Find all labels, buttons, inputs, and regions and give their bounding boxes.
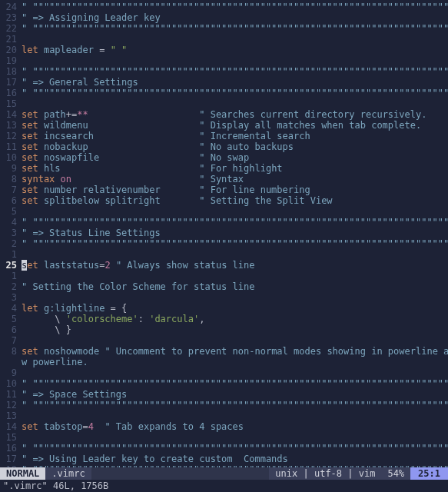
code-content: set incsearch " Incremental search bbox=[22, 131, 448, 141]
code-line[interactable]: 5 bbox=[0, 206, 448, 217]
code-line[interactable]: 6set splitbelow splitright " Setting the… bbox=[0, 195, 448, 206]
line-number: 5 bbox=[0, 206, 22, 217]
code-line[interactable]: 12" """"""""""""""""""""""""""""""""""""… bbox=[0, 400, 448, 411]
code-line[interactable]: 9set hls " For highlight bbox=[0, 163, 448, 174]
code-line[interactable]: 22" """"""""""""""""""""""""""""""""""""… bbox=[0, 23, 448, 34]
code-line[interactable]: 21 bbox=[0, 34, 448, 45]
line-number: 8 bbox=[0, 174, 22, 184]
line-number: 14 bbox=[0, 109, 22, 120]
code-content: w powerline. bbox=[22, 357, 448, 367]
mode-indicator: NORMAL bbox=[0, 467, 45, 480]
line-number: 6 bbox=[0, 324, 22, 335]
code-content bbox=[22, 55, 448, 66]
code-line[interactable]: 16" """"""""""""""""""""""""""""""""""""… bbox=[0, 88, 448, 98]
code-line[interactable]: 8set noshowmode " Uncomment to prevent n… bbox=[0, 346, 448, 357]
code-line[interactable]: 13 bbox=[0, 411, 448, 421]
code-line[interactable]: 7set number relativenumber " For line nu… bbox=[0, 184, 448, 195]
code-line[interactable]: 17" => General Settings bbox=[0, 77, 448, 88]
code-line[interactable]: 1 bbox=[0, 249, 448, 260]
code-line[interactable]: 23" => Assigning Leader key bbox=[0, 12, 448, 23]
code-line[interactable]: 10" """"""""""""""""""""""""""""""""""""… bbox=[0, 378, 448, 389]
line-number: 6 bbox=[0, 195, 22, 206]
code-line[interactable]: w powerline. bbox=[0, 357, 448, 367]
code-line[interactable]: 19 bbox=[0, 55, 448, 66]
line-number: 1 bbox=[0, 249, 22, 260]
line-number: 13 bbox=[0, 411, 22, 421]
code-line[interactable]: 20let mapleader = " " bbox=[0, 45, 448, 55]
line-number: 3 bbox=[0, 228, 22, 238]
cursor-position: 25:1 bbox=[410, 467, 448, 480]
code-content bbox=[22, 271, 448, 281]
code-content: set nobackup " No auto backups bbox=[22, 141, 448, 152]
code-content: " """"""""""""""""""""""""""""""""""""""… bbox=[22, 400, 448, 411]
code-line[interactable]: 4let g:lightline = { bbox=[0, 303, 448, 314]
code-line[interactable]: 18" """"""""""""""""""""""""""""""""""""… bbox=[0, 66, 448, 77]
code-content: set laststatus=2 " Always show status li… bbox=[22, 260, 448, 271]
code-line[interactable]: 6 \ } bbox=[0, 324, 448, 335]
code-line[interactable]: 4" """""""""""""""""""""""""""""""""""""… bbox=[0, 217, 448, 228]
line-number: 16 bbox=[0, 443, 22, 454]
line-number: 2 bbox=[0, 281, 22, 292]
code-line[interactable]: 9 bbox=[0, 367, 448, 378]
code-content: set tabstop=4 " Tab expands to 4 spaces bbox=[22, 421, 448, 432]
code-content: " """"""""""""""""""""""""""""""""""""""… bbox=[22, 443, 448, 454]
code-content: " """"""""""""""""""""""""""""""""""""""… bbox=[22, 23, 448, 34]
code-line[interactable]: 11set nobackup " No auto backups bbox=[0, 141, 448, 152]
code-line[interactable]: 12set incsearch " Incremental search bbox=[0, 131, 448, 141]
code-line[interactable]: 7 bbox=[0, 335, 448, 346]
line-number: 12 bbox=[0, 400, 22, 411]
line-number: 10 bbox=[0, 378, 22, 389]
code-content bbox=[22, 34, 448, 45]
line-number: 3 bbox=[0, 292, 22, 303]
code-content bbox=[22, 335, 448, 346]
code-line[interactable]: 16" """"""""""""""""""""""""""""""""""""… bbox=[0, 443, 448, 454]
status-line: NORMAL .vimrc unix | utf-8 | vim 54% 25:… bbox=[0, 467, 448, 480]
line-number: 7 bbox=[0, 184, 22, 195]
line-number: 4 bbox=[0, 303, 22, 314]
code-line[interactable]: 15 bbox=[0, 432, 448, 443]
code-line[interactable]: 2" Setting the Color Scheme for status l… bbox=[0, 281, 448, 292]
code-line[interactable]: 5 \ 'colorscheme': 'darcula', bbox=[0, 314, 448, 324]
code-content: set wildmenu " Display all matches when … bbox=[22, 120, 448, 131]
line-number: 15 bbox=[0, 432, 22, 443]
line-number: 19 bbox=[0, 55, 22, 66]
code-content: " """"""""""""""""""""""""""""""""""""""… bbox=[22, 217, 448, 228]
code-content bbox=[22, 432, 448, 443]
line-number: 14 bbox=[0, 421, 22, 432]
line-number: 21 bbox=[0, 34, 22, 45]
editor-buffer[interactable]: 24" """"""""""""""""""""""""""""""""""""… bbox=[0, 0, 448, 467]
code-line[interactable]: 13set wildmenu " Display all matches whe… bbox=[0, 120, 448, 131]
code-content: " """"""""""""""""""""""""""""""""""""""… bbox=[22, 66, 448, 77]
code-line[interactable]: 15 bbox=[0, 98, 448, 109]
code-content: set noshowmode " Uncomment to prevent no… bbox=[22, 346, 448, 357]
vim-editor[interactable]: 24" """"""""""""""""""""""""""""""""""""… bbox=[0, 0, 448, 492]
code-line[interactable]: 14set tabstop=4 " Tab expands to 4 space… bbox=[0, 421, 448, 432]
code-line[interactable]: 14set path+=** " Searches current direct… bbox=[0, 109, 448, 120]
code-content bbox=[22, 249, 448, 260]
code-content bbox=[22, 206, 448, 217]
code-line[interactable]: 1 bbox=[0, 271, 448, 281]
code-line[interactable]: 2" """""""""""""""""""""""""""""""""""""… bbox=[0, 238, 448, 249]
code-line[interactable]: 3 bbox=[0, 292, 448, 303]
code-content: " """"""""""""""""""""""""""""""""""""""… bbox=[22, 2, 448, 12]
scroll-percent: 54% bbox=[381, 467, 410, 480]
code-content bbox=[22, 98, 448, 109]
line-number: 17 bbox=[0, 77, 22, 88]
code-content: " => Space Settings bbox=[22, 389, 448, 400]
line-number: 16 bbox=[0, 88, 22, 98]
code-line[interactable]: 8syntax on " Syntax bbox=[0, 174, 448, 184]
code-line[interactable]: 17" => Using Leader key to create custom… bbox=[0, 454, 448, 464]
code-content: " => Assigning Leader key bbox=[22, 12, 448, 23]
line-number bbox=[0, 357, 22, 367]
command-line[interactable]: ".vimrc" 46L, 1756B bbox=[0, 480, 448, 492]
code-content: set path+=** " Searches current director… bbox=[22, 109, 448, 120]
code-content: syntax on " Syntax bbox=[22, 174, 448, 184]
code-content: " => Using Leader key to create custom C… bbox=[22, 454, 448, 464]
code-line[interactable]: 10set noswapfile " No swap bbox=[0, 152, 448, 163]
code-line[interactable]: 3" => Status Line Settings bbox=[0, 228, 448, 238]
code-line[interactable]: 11" => Space Settings bbox=[0, 389, 448, 400]
code-line[interactable]: 24" """"""""""""""""""""""""""""""""""""… bbox=[0, 2, 448, 12]
code-content: \ 'colorscheme': 'darcula', bbox=[22, 314, 448, 324]
current-line[interactable]: 25set laststatus=2 " Always show status … bbox=[0, 260, 448, 271]
file-name: .vimrc bbox=[45, 467, 91, 480]
